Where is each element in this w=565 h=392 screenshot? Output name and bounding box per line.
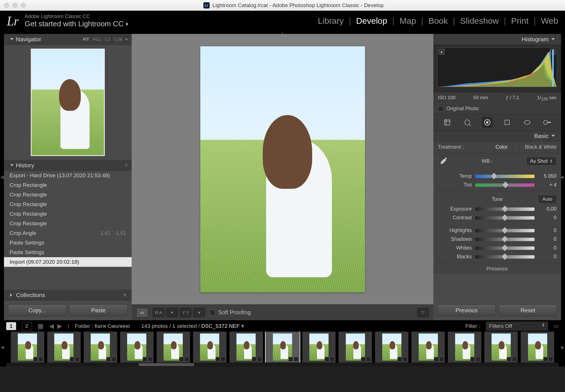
filmstrip-thumbnails[interactable] xyxy=(5,332,560,363)
filmstrip-left-edge[interactable]: ◀ xyxy=(0,332,5,363)
histogram[interactable]: ▲ ▲ xyxy=(433,45,561,93)
close-window-icon[interactable] xyxy=(4,3,9,8)
highlights-value[interactable]: 0 xyxy=(538,228,557,233)
highlights-slider[interactable] xyxy=(475,229,534,232)
filter-select[interactable]: Filters Off▲▼ xyxy=(486,322,548,331)
nav-forward-icon[interactable]: ▶ xyxy=(57,322,62,330)
filmstrip-right-edge[interactable]: ▶ xyxy=(560,332,565,363)
history-item[interactable]: Export - Hard Drive (13.07.2020 21:53:49… xyxy=(4,171,132,180)
history-item[interactable]: Crop Rectangle xyxy=(4,180,132,190)
auto-tone-button[interactable]: Auto xyxy=(538,195,557,203)
navigator-preview[interactable] xyxy=(4,45,132,160)
module-map[interactable]: Map xyxy=(399,16,416,26)
navigator-header[interactable]: Navigator FITFILL1:11:16▾ xyxy=(4,34,132,45)
history-item[interactable]: Crop Rectangle xyxy=(4,190,132,200)
toolbar-disclosure[interactable]: ▽ xyxy=(417,308,429,317)
temp-value[interactable]: 5 050 xyxy=(538,173,557,179)
loupe-view-button[interactable]: ▭ xyxy=(136,308,148,317)
original-photo-checkbox[interactable] xyxy=(438,106,444,112)
module-web[interactable]: Web xyxy=(541,16,558,26)
temp-slider[interactable] xyxy=(475,175,534,178)
navigator-zoom-options[interactable]: FITFILL1:11:16▾ xyxy=(83,37,128,42)
exposure-value[interactable]: 0,00 xyxy=(538,206,557,212)
exposure-slider[interactable] xyxy=(475,207,534,211)
primary-display-button[interactable]: 1 xyxy=(6,322,16,330)
zoom-window-icon[interactable] xyxy=(21,3,26,8)
module-print[interactable]: Print xyxy=(511,16,529,26)
filmstrip-thumb[interactable] xyxy=(302,332,336,363)
history-item[interactable]: Crop Rectangle xyxy=(4,200,132,209)
window-controls[interactable] xyxy=(4,3,26,8)
nav-back-icon[interactable]: ◀ xyxy=(49,322,54,330)
zoom-1:1[interactable]: 1:1 xyxy=(105,37,110,42)
filmstrip-thumb[interactable] xyxy=(120,332,154,363)
history-item[interactable]: Crop Angle-1,61-1,61 xyxy=(4,228,132,238)
before-after-ra-button[interactable]: R A xyxy=(153,308,164,317)
basic-header[interactable]: Basic xyxy=(433,131,561,141)
graduated-filter-tool-icon[interactable] xyxy=(502,117,512,128)
secondary-display-button[interactable]: 2 xyxy=(22,322,32,330)
radial-filter-tool-icon[interactable] xyxy=(522,117,533,128)
reset-button[interactable]: Reset xyxy=(499,304,557,316)
filmstrip-thumb[interactable] xyxy=(84,332,117,363)
crop-tool-icon[interactable] xyxy=(442,117,453,128)
histogram-header[interactable]: Histogram xyxy=(433,34,561,45)
history-item[interactable]: Paste Settings xyxy=(4,248,132,257)
blacks-slider[interactable] xyxy=(475,255,534,259)
image-canvas[interactable] xyxy=(132,34,433,304)
filmstrip-scrollbar[interactable] xyxy=(6,363,559,367)
copy-button[interactable]: Copy... xyxy=(8,304,66,316)
filter-lock-icon[interactable]: ▭ xyxy=(554,323,559,329)
history-item[interactable]: Paste Settings xyxy=(4,238,132,248)
identity-line2[interactable]: Get started with Lightroom CC xyxy=(25,20,128,28)
filmstrip-thumb[interactable] xyxy=(484,332,518,363)
module-develop[interactable]: Develop xyxy=(356,16,387,26)
filmstrip-thumb[interactable] xyxy=(375,332,408,363)
history-item[interactable]: Import (09.07.2020 20:02:18) xyxy=(4,257,132,267)
folder-path[interactable]: Folder : Катя Смолино xyxy=(75,323,130,329)
eyedropper-icon[interactable] xyxy=(438,156,448,166)
redeye-tool-icon[interactable] xyxy=(482,117,493,128)
blacks-value[interactable]: 0 xyxy=(538,254,557,260)
zoom-1:16[interactable]: 1:16 xyxy=(114,37,122,42)
previous-button[interactable]: Previous xyxy=(437,304,496,316)
treatment-color[interactable]: Color xyxy=(496,144,508,150)
filmstrip-thumb[interactable] xyxy=(521,332,554,363)
filmstrip-thumb[interactable] xyxy=(157,332,190,363)
zoom-fit[interactable]: FIT xyxy=(83,37,89,42)
before-after-yy-button[interactable]: Y Y xyxy=(180,308,192,317)
whites-value[interactable]: 0 xyxy=(538,245,557,251)
filmstrip-thumb[interactable] xyxy=(229,332,263,363)
tint-value[interactable]: + 4 xyxy=(538,182,557,188)
filmstrip-thumb[interactable] xyxy=(266,332,299,363)
zoom-more-icon[interactable]: ▾ xyxy=(125,37,128,42)
tint-slider[interactable] xyxy=(475,183,534,187)
shadows-value[interactable]: 0 xyxy=(538,236,557,242)
before-after-dropdown[interactable]: ▾ xyxy=(166,308,178,317)
minimize-window-icon[interactable] xyxy=(12,3,18,8)
module-book[interactable]: Book xyxy=(429,16,448,26)
zoom-fill[interactable]: FILL xyxy=(93,37,101,42)
adjustment-brush-tool-icon[interactable] xyxy=(542,117,553,128)
filmstrip-thumb[interactable] xyxy=(47,332,81,363)
paste-button[interactable]: Paste xyxy=(69,304,128,316)
whites-slider[interactable] xyxy=(475,246,534,250)
history-header[interactable]: History × xyxy=(4,160,132,171)
filmstrip-thumb[interactable] xyxy=(193,332,227,363)
history-item[interactable]: Crop Rectangle xyxy=(4,219,132,228)
top-panel-toggle[interactable]: ▲ xyxy=(0,31,565,34)
treatment-options[interactable]: Color Black & White xyxy=(496,144,557,150)
soft-proofing-checkbox[interactable] xyxy=(210,310,215,315)
filmstrip-thumb[interactable] xyxy=(411,332,445,363)
contrast-value[interactable]: 0 xyxy=(538,215,557,221)
right-edge-handle[interactable]: ▶ xyxy=(561,34,565,320)
collections-header[interactable]: Collections +. xyxy=(4,290,132,300)
filmstrip-thumb[interactable] xyxy=(448,332,481,363)
contrast-slider[interactable] xyxy=(475,216,534,220)
module-library[interactable]: Library xyxy=(318,16,344,26)
treatment-black-white[interactable]: Black & White xyxy=(525,144,557,150)
before-after-swap-dropdown[interactable]: ▾ xyxy=(193,308,205,317)
history-item[interactable]: Crop Rectangle xyxy=(4,209,132,219)
spot-removal-tool-icon[interactable] xyxy=(462,117,473,128)
filmstrip-thumb[interactable] xyxy=(11,332,44,363)
